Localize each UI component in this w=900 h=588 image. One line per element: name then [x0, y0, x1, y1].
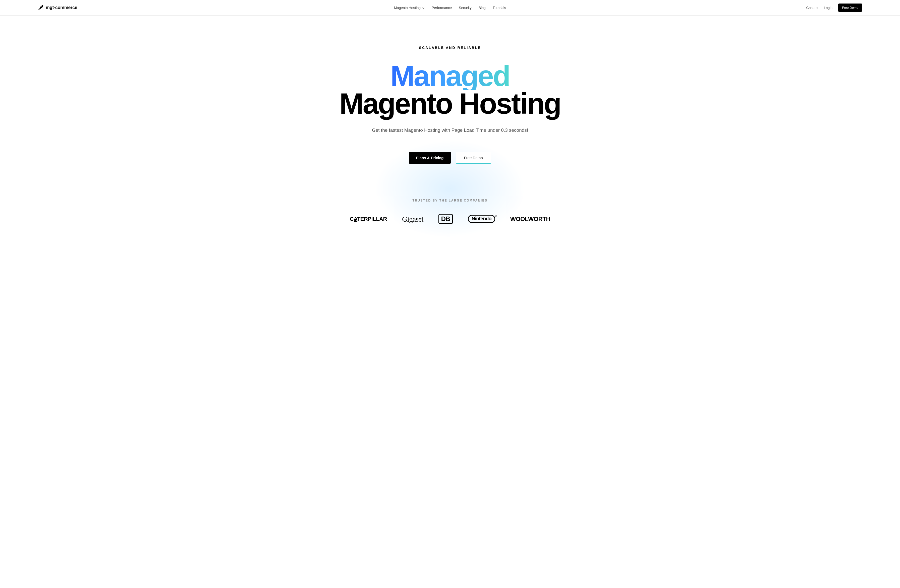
rocket-icon	[38, 5, 44, 11]
hero-title-managed: Managed	[391, 62, 510, 90]
hero-title: Managed Magento Hosting	[304, 62, 596, 118]
company-logo-caterpillar: CATERPILLAR	[350, 216, 387, 222]
hero-eyebrow: SCALABLE AND RELIABLE	[304, 46, 596, 50]
company-logo-label: Nintendo	[472, 216, 492, 221]
company-logo-label: WOOLWORTH	[510, 215, 550, 223]
hero-ctas: Plans & Pricing Free Demo	[304, 152, 596, 164]
main-nav: Magento Hosting Performance Security Blo…	[394, 6, 506, 10]
nav-security[interactable]: Security	[459, 6, 472, 10]
contact-link[interactable]: Contact	[806, 6, 818, 10]
nav-blog[interactable]: Blog	[479, 6, 486, 10]
svg-point-0	[41, 6, 42, 7]
company-logo-label: Gigaset	[402, 215, 424, 223]
right-nav: Contact Login Free Demo	[806, 3, 862, 12]
free-demo-hero-button[interactable]: Free Demo	[456, 152, 491, 164]
logos-row: CATERPILLAR Gigaset DB Nintendo WOOLWORT…	[5, 214, 895, 224]
company-logo-nintendo: Nintendo	[468, 215, 495, 223]
hero-title-rest: Magento Hosting	[304, 90, 596, 118]
hero-section: SCALABLE AND RELIABLE Managed Magento Ho…	[299, 15, 601, 179]
free-demo-button[interactable]: Free Demo	[838, 3, 862, 12]
logos-eyebrow: TRUSTED BY THE LARGE COMPANIES	[5, 199, 895, 202]
logos-section: TRUSTED BY THE LARGE COMPANIES CATERPILL…	[0, 179, 900, 239]
nav-magento-hosting[interactable]: Magento Hosting	[394, 6, 425, 10]
hero-subtitle: Get the fastest Magento Hosting with Pag…	[304, 127, 596, 133]
nav-item-label: Blog	[479, 6, 486, 10]
triangle-icon	[354, 220, 358, 222]
nav-item-label: Tutorials	[493, 6, 506, 10]
company-logo-label: DB	[441, 215, 450, 223]
nav-performance[interactable]: Performance	[432, 6, 452, 10]
company-logo-gigaset: Gigaset	[402, 215, 424, 223]
login-link[interactable]: Login	[824, 6, 832, 10]
nav-item-label: Security	[459, 6, 472, 10]
logo[interactable]: mgt-commerce	[38, 5, 77, 11]
company-logo-woolworth: WOOLWORTH	[510, 215, 550, 223]
nav-tutorials[interactable]: Tutorials	[493, 6, 506, 10]
nav-item-label: Magento Hosting	[394, 6, 421, 10]
company-logo-db: DB	[438, 214, 453, 224]
logo-text: mgt-commerce	[46, 5, 77, 10]
header-container: mgt-commerce Magento Hosting Performance…	[0, 0, 900, 15]
plans-pricing-button[interactable]: Plans & Pricing	[409, 152, 450, 164]
nav-wrapper: mgt-commerce Magento Hosting Performance…	[0, 0, 900, 15]
nav-item-label: Performance	[432, 6, 452, 10]
chevron-down-icon	[422, 6, 425, 9]
